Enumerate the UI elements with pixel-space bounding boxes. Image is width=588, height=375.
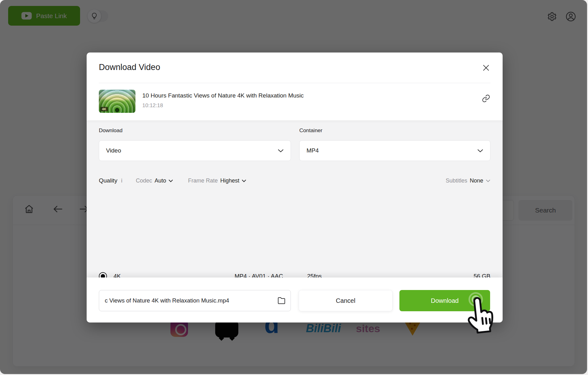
browse-folder-button[interactable] [277,296,286,305]
video-title: 10 Hours Fantastic Views of Nature 4K wi… [142,92,304,99]
info-icon[interactable]: i [121,178,122,184]
framerate-label: Frame Rate [188,178,218,184]
subtitles-dropdown[interactable]: Subtitles None [446,178,490,184]
codec-value: Auto [155,178,166,184]
container-select[interactable]: MP4 [299,140,490,161]
chevron-down-icon [278,149,284,152]
chevron-down-icon [486,179,490,182]
close-button[interactable] [481,62,491,73]
framerate-dropdown[interactable]: Frame Rate Highest [188,178,246,184]
chevron-down-icon [477,149,483,152]
subtitles-value: None [470,178,483,184]
dialog-title: Download Video [99,62,160,72]
download-type-value: Video [106,147,121,154]
codec-label: Codec [136,178,152,184]
quality-label: Quality [99,177,117,184]
subtitles-label: Subtitles [446,178,467,184]
download-button[interactable]: Download [399,290,490,311]
download-type-label: Download [99,128,123,134]
chevron-down-icon [242,179,246,182]
close-icon [482,64,490,72]
format-section: Download Container Video MP4 Quality i C… [87,120,503,278]
copy-link-button[interactable] [481,93,491,104]
codec-dropdown[interactable]: Codec Auto [136,178,173,184]
dialog-footer: Cancel Download [87,278,503,322]
filename-input[interactable] [99,290,291,311]
cancel-button[interactable]: Cancel [299,290,393,311]
app-window: Paste Link [0,0,587,374]
container-label: Container [299,128,322,134]
container-value: MP4 [307,147,319,154]
download-video-dialog: Download Video 4K 10 Hours Fantastic Vie… [87,52,503,322]
folder-icon [277,296,286,305]
video-duration: 10:12:18 [142,102,163,109]
framerate-value: Highest [220,178,239,184]
header-divider [99,83,490,83]
link-icon [482,94,490,103]
chevron-down-icon [169,179,173,182]
video-thumbnail: 4K [99,90,135,113]
download-type-select[interactable]: Video [99,140,291,161]
thumbnail-badge: 4K [100,107,108,111]
